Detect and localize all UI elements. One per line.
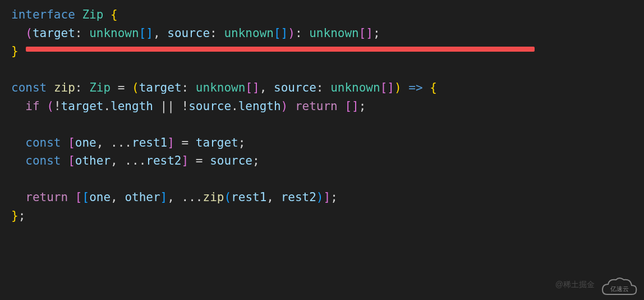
- type-zip: Zip: [82, 8, 103, 21]
- arrow: =>: [408, 81, 422, 94]
- type-unknown: unknown: [330, 81, 380, 94]
- code-line-9: const [other, ...rest2] = source;: [11, 152, 633, 170]
- spread-op: ...: [111, 136, 132, 149]
- comma: ,: [111, 190, 118, 204]
- var-rest1: rest1: [231, 190, 266, 204]
- code-line-6: if (!target.length || !source.length) re…: [11, 97, 633, 116]
- type-unknown: unknown: [196, 81, 246, 94]
- type-unknown: unknown: [89, 26, 139, 40]
- colon: :: [75, 26, 82, 40]
- var-one: one: [75, 136, 96, 149]
- array-brackets: []: [359, 26, 373, 40]
- colon: :: [316, 81, 324, 94]
- fn-zip: zip: [203, 190, 224, 204]
- code-line-2: (target: unknown[], source: unknown[]): …: [11, 24, 633, 43]
- type-unknown: unknown: [224, 26, 274, 40]
- var-target: target: [196, 136, 238, 149]
- brace-close: }: [11, 44, 19, 58]
- code-line-10: [11, 170, 633, 189]
- dot: .: [231, 99, 238, 113]
- equals: =: [182, 136, 189, 149]
- semicolon: ;: [359, 99, 366, 113]
- semicolon: ;: [252, 154, 260, 167]
- type-unknown: unknown: [309, 26, 359, 40]
- var-rest2: rest2: [146, 154, 181, 167]
- not-op: !: [54, 99, 61, 113]
- bracket-open: [: [68, 136, 75, 149]
- array-brackets: []: [380, 81, 394, 94]
- bracket-open: [: [75, 190, 82, 204]
- keyword-if: if: [25, 99, 39, 113]
- spread-op: ...: [182, 190, 203, 204]
- bracket-close: ]: [182, 154, 189, 167]
- equals: =: [118, 81, 125, 94]
- bracket-close: ]: [160, 190, 168, 204]
- semicolon: ;: [19, 209, 26, 222]
- error-underline: [26, 47, 535, 52]
- bracket-close: ]: [167, 136, 174, 149]
- var-source: source: [210, 154, 252, 167]
- logo-icon: 亿速云: [599, 273, 640, 298]
- code-line-7: [11, 115, 633, 134]
- var-zip: zip: [54, 81, 75, 94]
- svg-text:亿速云: 亿速云: [610, 285, 629, 292]
- bracket-close: ]: [324, 190, 331, 204]
- comma: ,: [96, 136, 104, 149]
- prop-length: length: [238, 99, 281, 113]
- comma: ,: [111, 154, 118, 167]
- var-source: source: [188, 99, 231, 113]
- brace-close: }: [11, 209, 19, 222]
- colon: :: [295, 26, 302, 40]
- keyword-const: const: [25, 154, 61, 167]
- comma: ,: [167, 190, 174, 204]
- bracket-open: [: [68, 154, 75, 167]
- var-other: other: [75, 154, 111, 167]
- code-line-12: };: [11, 207, 633, 225]
- paren-open: (: [25, 26, 33, 40]
- colon: :: [182, 81, 189, 94]
- watermark-text: @稀土掘金: [555, 279, 595, 291]
- paren-open: (: [47, 99, 54, 113]
- colon: :: [210, 26, 217, 40]
- paren-close: ): [394, 81, 402, 94]
- param-source: source: [274, 81, 316, 94]
- param-target: target: [139, 81, 182, 94]
- code-line-11: return [[one, other], ...zip(rest1, rest…: [11, 188, 633, 207]
- array-brackets: []: [139, 26, 153, 40]
- brace-open: {: [111, 8, 118, 21]
- var-one: one: [89, 190, 111, 204]
- param-target: target: [33, 26, 75, 40]
- bracket-close: ]: [352, 99, 359, 113]
- array-brackets: []: [245, 81, 259, 94]
- comma: ,: [266, 190, 274, 204]
- semicolon: ;: [330, 190, 338, 204]
- brace-open: {: [430, 81, 437, 94]
- paren-close: ): [316, 190, 324, 204]
- var-rest2: rest2: [281, 190, 316, 204]
- prop-length: length: [111, 99, 153, 113]
- comma: ,: [153, 26, 160, 40]
- code-block: interface Zip { (target: unknown[], sour…: [11, 6, 633, 225]
- or-op: ||: [160, 99, 174, 113]
- bracket-open: [: [344, 99, 352, 113]
- not-op: !: [182, 99, 189, 113]
- bracket-open: [: [82, 190, 89, 204]
- keyword-return: return: [25, 190, 68, 204]
- code-line-5: const zip: Zip = (target: unknown[], sou…: [11, 79, 633, 97]
- comma: ,: [260, 81, 267, 94]
- paren-open: (: [224, 190, 231, 204]
- array-brackets: []: [274, 26, 288, 40]
- equals: =: [196, 154, 203, 167]
- semicolon: ;: [373, 26, 380, 40]
- type-zip: Zip: [89, 81, 111, 94]
- semicolon: ;: [238, 136, 246, 149]
- paren-close: ): [281, 99, 288, 113]
- var-target: target: [61, 99, 104, 113]
- code-line-1: interface Zip {: [11, 6, 633, 24]
- keyword-const: const: [11, 81, 47, 94]
- dot: .: [103, 99, 111, 113]
- keyword-const: const: [25, 136, 61, 149]
- code-line-8: const [one, ...rest1] = target;: [11, 134, 633, 152]
- var-other: other: [125, 190, 160, 204]
- keyword-return: return: [295, 99, 338, 113]
